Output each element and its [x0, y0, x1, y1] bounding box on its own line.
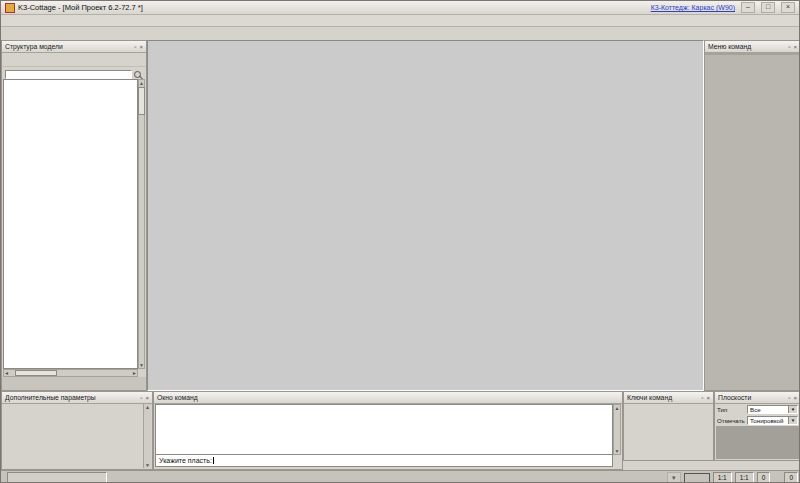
- close-icon[interactable]: ×: [139, 44, 143, 50]
- status-bar: ▾ 1:1 1:1 0 0: [1, 470, 800, 483]
- viewport-3d-model: [148, 41, 703, 390]
- planes-mark-select[interactable]: Тонировкой ▼: [747, 416, 798, 425]
- pin-icon[interactable]: ▫: [134, 44, 136, 50]
- planes-mark-label: Отмечать: [717, 417, 745, 424]
- tree-vertical-scrollbar[interactable]: ▲▼: [138, 79, 145, 369]
- tree-tabs: [2, 377, 146, 390]
- command-keys-header: Ключи команд ▫×: [624, 392, 713, 404]
- chevron-down-icon[interactable]: ▼: [788, 417, 797, 424]
- params-panel-header: Дополнительные параметры ▫×: [2, 392, 152, 404]
- minimize-button[interactable]: –: [741, 2, 755, 13]
- search-icon[interactable]: [134, 71, 141, 78]
- pin-icon[interactable]: ▫: [140, 395, 142, 401]
- pin-icon[interactable]: ▫: [788, 395, 790, 401]
- params-panel-title: Дополнительные параметры: [5, 394, 96, 401]
- pin-icon[interactable]: ▫: [701, 395, 703, 401]
- application-window: K3-Cottage - [Мой Проект 6.2-72.7 *] К3-…: [0, 0, 800, 483]
- command-keys-title: Ключи команд: [627, 394, 672, 401]
- command-prompt-text: Укажите пласть:: [159, 457, 212, 464]
- close-icon[interactable]: ×: [793, 44, 797, 50]
- window-title: K3-Cottage - [Мой Проект 6.2-72.7 *]: [18, 3, 143, 12]
- module-link[interactable]: К3-Коттедж: Каркас (W90): [651, 4, 735, 11]
- pin-icon[interactable]: ▫: [788, 44, 790, 50]
- title-bar: K3-Cottage - [Мой Проект 6.2-72.7 *] К3-…: [1, 1, 799, 15]
- structure-panel-header: Структура модели ▫×: [2, 41, 146, 53]
- app-icon: [5, 3, 15, 13]
- planes-panel: Плоскости ▫× Тип Все ▼ Отмечать Тонировк…: [714, 391, 800, 461]
- current-color-swatch[interactable]: [684, 473, 710, 483]
- status-left-cell: [7, 472, 107, 483]
- structure-panel-title: Структура модели: [5, 43, 63, 50]
- scale-cell-1[interactable]: 1:1: [713, 472, 732, 483]
- planes-panel-body: [716, 426, 799, 459]
- command-window-header: Окно команд: [154, 392, 622, 404]
- search-input[interactable]: [5, 70, 132, 79]
- viewport-3d[interactable]: [147, 40, 704, 391]
- color-dropdown-icon[interactable]: ▾: [667, 472, 681, 483]
- command-window-title: Окно команд: [157, 394, 198, 401]
- command-menu-header: Меню команд ▫×: [705, 41, 800, 53]
- close-icon[interactable]: ×: [145, 395, 149, 401]
- planes-type-label: Тип: [717, 406, 745, 413]
- command-keys-panel: Ключи команд ▫×: [623, 391, 714, 461]
- command-menu-title: Меню команд: [708, 43, 751, 50]
- planes-panel-title: Плоскости: [718, 394, 751, 401]
- scale-cell-2[interactable]: 1:1: [735, 472, 754, 483]
- command-menu-list: [705, 53, 800, 55]
- tree-horizontal-scrollbar[interactable]: ◄►: [3, 369, 138, 377]
- menu-bar: [1, 15, 799, 27]
- command-input[interactable]: Укажите пласть:: [155, 454, 613, 467]
- chevron-down-icon[interactable]: ▼: [788, 406, 797, 413]
- close-icon[interactable]: ×: [793, 395, 797, 401]
- text-caret: [213, 457, 214, 464]
- coord-cell-1: 0: [757, 472, 771, 483]
- command-menu-panel: Меню команд ▫×: [704, 40, 800, 391]
- params-panel: Дополнительные параметры ▫× ▲▼: [1, 391, 153, 470]
- command-log-scrollbar[interactable]: ▲▼: [613, 404, 621, 455]
- maximize-button[interactable]: □: [761, 2, 775, 13]
- params-scrollbar[interactable]: ▲▼: [143, 404, 151, 468]
- structure-panel: Структура модели ▫× ▲▼ ◄►: [1, 40, 147, 391]
- close-button[interactable]: ×: [781, 2, 795, 13]
- planes-panel-header: Плоскости ▫×: [715, 392, 800, 404]
- command-window-panel: Окно команд ▲▼ Укажите пласть:: [153, 391, 623, 470]
- tree-filter-toolbar: [2, 53, 146, 67]
- command-log: [155, 404, 613, 455]
- model-tree: [3, 79, 138, 369]
- coord-cell-2: 0: [784, 472, 798, 483]
- close-icon[interactable]: ×: [706, 395, 710, 401]
- planes-type-select[interactable]: Все ▼: [747, 405, 798, 414]
